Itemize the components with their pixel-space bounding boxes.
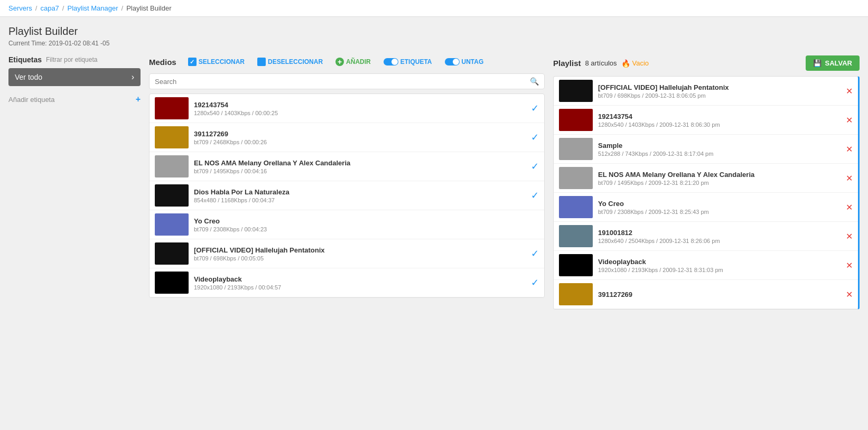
media-meta: 1280x540 / 1403Kbps / 00:00:25 [194,110,527,116]
media-thumbnail [155,213,189,236]
playlist-count: 8 artículos [585,59,617,67]
salvar-button[interactable]: 💾 SALVAR [806,55,860,71]
media-meta: bt709 / 698Kbps / 00:05:05 [194,255,527,261]
breadcrumb: Servers / capa7 / Playlist Manager / Pla… [0,0,868,17]
anadir-label: AÑADIR [346,58,371,66]
playlist-thumbnail [559,138,593,160]
plus-circle-icon: + [335,58,344,66]
media-item[interactable]: Dios Habla Por La Naturaleza 854x480 / 1… [150,181,544,210]
remove-item-button[interactable]: ✕ [846,144,853,154]
add-etiqueta-button[interactable]: Añadir etiqueta + [8,92,141,106]
untag-label: UNTAG [462,58,484,66]
playlist-item-meta: 1920x1080 / 2193Kbps / 2009-12-31 8:31:0… [598,267,842,273]
seleccionar-button[interactable]: ✓ SELECCIONAR [185,55,248,68]
salvar-label: SALVAR [825,59,852,67]
playlist-item: EL NOS AMA Melany Orellana Y Alex Candal… [554,164,858,193]
seleccionar-icon: ✓ [188,58,197,66]
check-icon: ✓ [531,190,539,201]
playlist-header: Playlist 8 artículos 🔥 Vacio 💾 SALVAR [553,55,860,71]
anadir-button[interactable]: + AÑADIR [332,55,374,68]
playlist-thumbnail [559,196,593,218]
deseleccionar-icon [257,58,266,66]
media-meta: 854x480 / 1168Kbps / 00:04:37 [194,197,527,203]
playlist-item-meta: bt709 / 698Kbps / 2009-12-31 8:06:05 pm [598,92,842,99]
current-time: Current Time: 2019-01-02 08:41 -05 [8,40,860,47]
etiquetas-label: Etiquetas [8,55,42,64]
check-icon: ✓ [531,277,539,288]
toggle-etiqueta-icon [384,58,398,66]
fire-icon: 🔥 [621,59,630,68]
media-thumbnail [155,184,189,207]
check-icon: ✓ [531,132,539,143]
media-list: 192143754 1280x540 / 1403Kbps / 00:00:25… [149,94,545,298]
remove-item-button[interactable]: ✕ [846,115,853,125]
media-title: Yo Creo [194,217,539,225]
media-thumbnail [155,155,189,177]
remove-item-button[interactable]: ✕ [846,231,853,241]
media-title: EL NOS AMA Melany Orellana Y Alex Candal… [194,159,527,167]
save-icon: 💾 [813,59,822,67]
search-icon[interactable]: 🔍 [530,77,539,86]
sidebar-header: Etiquetas Filtrar por etiqueta [8,55,141,64]
media-thumbnail [155,126,189,148]
remove-item-button[interactable]: ✕ [846,289,853,300]
media-meta: bt709 / 2468Kbps / 00:00:26 [194,139,527,145]
media-item[interactable]: Videoplayback 1920x1080 / 2193Kbps / 00:… [150,268,544,297]
breadcrumb-playlist-manager[interactable]: Playlist Manager [67,4,118,12]
remove-item-button[interactable]: ✕ [846,202,853,212]
playlist-item-meta: bt709 / 1495Kbps / 2009-12-31 8:21:20 pm [598,180,842,186]
remove-item-button[interactable]: ✕ [846,86,853,96]
check-icon: ✓ [531,102,539,114]
media-item[interactable]: EL NOS AMA Melany Orellana Y Alex Candal… [150,152,544,181]
vacio-label: Vacio [632,59,649,67]
medios-section: Medios ✓ SELECCIONAR DESELECCIONAR + AÑA… [149,55,545,298]
remove-item-button[interactable]: ✕ [846,260,853,270]
etiqueta-label: ETIQUETA [400,58,432,66]
playlist-item-title: 192143754 [598,113,842,120]
playlist-list: [OFFICIAL VIDEO] Hallelujah Pentatonix b… [553,76,860,310]
playlist-item-meta: 1280x640 / 2504Kbps / 2009-12-31 8:26:06… [598,238,842,244]
sidebar: Etiquetas Filtrar por etiqueta Ver todo … [8,55,141,106]
breadcrumb-capa7[interactable]: capa7 [40,4,59,12]
playlist-item-title: 191001812 [598,229,842,237]
playlist-thumbnail [559,225,593,247]
etiqueta-button[interactable]: ETIQUETA [380,56,435,68]
playlist-thumbnail [559,254,593,276]
deseleccionar-button[interactable]: DESELECCIONAR [254,55,326,68]
playlist-item: Yo Creo bt709 / 2308Kbps / 2009-12-31 8:… [554,193,858,222]
playlist-title: Playlist [553,59,581,68]
breadcrumb-servers[interactable]: Servers [8,4,32,12]
playlist-thumbnail [559,283,593,305]
playlist-item-meta: bt709 / 2308Kbps / 2009-12-31 8:25:43 pm [598,209,842,215]
toggle-untag-icon [445,58,460,66]
playlist-thumbnail [559,109,593,131]
playlist-item-title: [OFFICIAL VIDEO] Hallelujah Pentatonix [598,83,842,91]
playlist-item-title: EL NOS AMA Melany Orellana Y Alex Candal… [598,171,842,179]
media-title: 192143754 [194,101,527,109]
check-icon: ✓ [531,248,539,259]
plus-icon: + [136,95,141,104]
search-bar: 🔍 [149,73,545,89]
untag-button[interactable]: UNTAG [442,56,487,68]
media-thumbnail [155,97,189,119]
vacio-button[interactable]: 🔥 Vacio [621,59,649,68]
media-item[interactable]: 192143754 1280x540 / 1403Kbps / 00:00:25… [150,94,544,123]
media-title: Videoplayback [194,275,527,283]
media-item[interactable]: 391127269 bt709 / 2468Kbps / 00:00:26 ✓ [150,123,544,152]
media-item[interactable]: [OFFICIAL VIDEO] Hallelujah Pentatonix b… [150,239,544,268]
media-title: 391127269 [194,130,527,138]
remove-item-button[interactable]: ✕ [846,173,853,183]
playlist-item-meta: 512x288 / 743Kbps / 2009-12-31 8:17:04 p… [598,151,842,157]
playlist-thumbnail [559,80,593,102]
playlist-item: 391127269 ✕ [554,280,858,309]
ver-todo-button[interactable]: Ver todo › [8,68,141,86]
playlist-section: Playlist 8 artículos 🔥 Vacio 💾 SALVAR [O… [553,55,860,310]
media-title: Dios Habla Por La Naturaleza [194,188,527,196]
media-meta: bt709 / 2308Kbps / 00:04:23 [194,226,539,232]
ver-todo-label: Ver todo [15,73,42,81]
page-title: Playlist Builder [8,25,860,38]
filter-label: Filtrar por etiqueta [46,56,97,63]
search-input[interactable] [155,78,530,86]
media-meta: 1920x1080 / 2193Kbps / 00:04:57 [194,284,527,291]
media-item[interactable]: Yo Creo bt709 / 2308Kbps / 00:04:23 [150,210,544,239]
